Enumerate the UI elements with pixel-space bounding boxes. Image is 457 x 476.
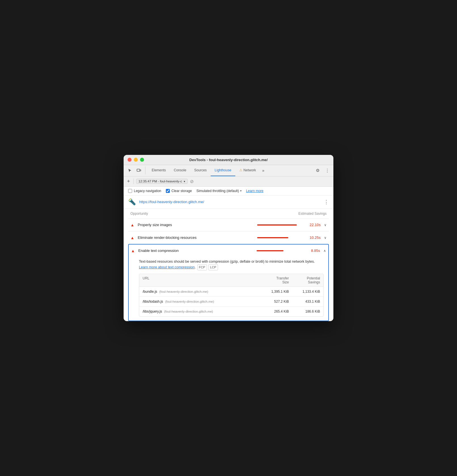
tabs: Elements Console Sources Lighthouse ⚠ Ne…	[148, 165, 314, 176]
opp-row-enable-text-compression[interactable]: ▲ Enable text compression 8.85s ∧ Text-b…	[128, 244, 329, 321]
opp-bar-3	[257, 250, 283, 251]
tab-tools	[126, 167, 145, 174]
tab-sources[interactable]: Sources	[190, 165, 211, 176]
opp-collapse-icon-3[interactable]: ∧	[323, 249, 326, 253]
tab-more-button[interactable]: »	[260, 168, 267, 173]
expanded-content: Text-based resources should be served wi…	[131, 256, 326, 317]
opp-savings-2: 10.25s	[306, 235, 321, 240]
close-button[interactable]	[128, 158, 132, 162]
svg-rect-0	[137, 169, 140, 171]
traffic-lights	[128, 158, 144, 162]
header-savings: Estimated Savings	[299, 212, 327, 216]
add-session-button[interactable]: +	[126, 178, 131, 184]
table-header-row: URL TransferSize PotentialSavings	[139, 274, 323, 287]
legacy-nav-checkbox[interactable]: Legacy navigation	[128, 189, 161, 193]
timestamp-chip[interactable]: 12:35:47 PM - foul-heavenly-c ▾	[136, 179, 188, 184]
col-header-transfer: TransferSize	[258, 276, 289, 284]
header-opportunity: Opportunity	[130, 212, 148, 216]
options-bar: Legacy navigation Clear storage Simulate…	[124, 187, 333, 195]
secondary-bar: + 12:35:47 PM - foul-heavenly-c ▾ ⊘	[124, 176, 333, 187]
opp-bar-1	[257, 224, 297, 226]
tab-network[interactable]: ⚠ Network	[235, 165, 260, 176]
opp-bar-container-2	[257, 237, 302, 238]
cursor-tool-icon[interactable]	[126, 167, 134, 174]
learn-more-link[interactable]: Learn more	[246, 189, 263, 193]
url-more-options-icon[interactable]: ⋮	[324, 199, 329, 205]
chevron-down-icon: ▾	[184, 180, 185, 183]
row-transfer-2: 527.2 KiB	[258, 300, 289, 304]
opp-title-3: Enable text compression	[138, 248, 253, 253]
expanded-description: Text-based resources should be served wi…	[139, 259, 324, 271]
table-row: /bundle.js (foul-heavenly-direction.glit…	[139, 287, 323, 297]
opp-bar-container-1	[257, 224, 302, 226]
minimize-button[interactable]	[134, 158, 138, 162]
opp-expand-icon-1[interactable]: ∨	[324, 223, 327, 227]
tab-elements[interactable]: Elements	[148, 165, 170, 176]
row-url-1: /bundle.js (foul-heavenly-direction.glit…	[143, 290, 258, 294]
tab-lighthouse[interactable]: Lighthouse	[211, 165, 235, 176]
row-savings-3: 186.6 KiB	[289, 309, 320, 313]
settings-icon[interactable]: ⚙	[314, 167, 321, 174]
opp-savings-1: 22.10s	[306, 223, 321, 227]
warning-icon-1: ▲	[130, 223, 134, 227]
lcp-badge: LCP	[208, 264, 218, 271]
row-savings-1: 1,133.4 KiB	[289, 290, 320, 294]
opp-savings-3: 8.85s	[305, 248, 320, 253]
legacy-nav-input[interactable]	[128, 189, 132, 193]
table-row: /libs/jquery.js (foul-heavenly-direction…	[139, 307, 323, 316]
row-savings-2: 433.1 KiB	[289, 300, 320, 304]
no-entry-icon[interactable]: ⊘	[190, 179, 194, 184]
tab-right-icons: ⚙ ⋮	[314, 167, 331, 174]
opp-row-properly-size-images[interactable]: ▲ Properly size images 22.10s ∨	[128, 218, 329, 231]
learn-more-text-compression-link[interactable]: Learn more about text compression	[139, 265, 195, 269]
window-title: DevTools - foul-heavenly-direction.glitc…	[189, 158, 268, 162]
throttle-select[interactable]: Simulated throttling (default) ▾	[196, 189, 242, 193]
row-url-3: /libs/jquery.js (foul-heavenly-direction…	[143, 309, 258, 313]
opportunities-section: Opportunity Estimated Savings ▲ Properly…	[124, 209, 333, 321]
opp-title-2: Eliminate render-blocking resources	[138, 235, 254, 240]
opp-bar-2	[257, 237, 288, 238]
clear-storage-input[interactable]	[166, 189, 170, 193]
resource-table: URL TransferSize PotentialSavings /bundl…	[139, 274, 324, 317]
devtools-window: DevTools - foul-heavenly-direction.glitc…	[124, 155, 333, 321]
devtools-body: Elements Console Sources Lighthouse ⚠ Ne…	[124, 165, 333, 321]
table-row: /libs/lodash.js (foul-heavenly-direction…	[139, 297, 323, 307]
col-header-url: URL	[143, 276, 258, 284]
title-bar: DevTools - foul-heavenly-direction.glitc…	[124, 155, 333, 165]
throttle-chevron-icon: ▾	[240, 189, 242, 192]
opportunities-header: Opportunity Estimated Savings	[128, 209, 329, 218]
row-transfer-3: 265.4 KiB	[258, 309, 289, 313]
svg-rect-1	[140, 170, 141, 171]
fcp-badge: FCP	[197, 264, 207, 271]
opp-expand-icon-2[interactable]: ∨	[324, 236, 327, 240]
throttle-label: Simulated throttling (default)	[196, 189, 239, 193]
opp-bar-container-3	[257, 250, 302, 251]
legacy-nav-label: Legacy navigation	[134, 189, 161, 193]
col-header-savings: PotentialSavings	[289, 276, 320, 284]
device-toolbar-icon[interactable]	[135, 167, 143, 174]
timestamp-text: 12:35:47 PM - foul-heavenly-c	[139, 180, 182, 183]
opp-row-eliminate-render-blocking[interactable]: ▲ Eliminate render-blocking resources 10…	[128, 231, 329, 244]
maximize-button[interactable]	[140, 158, 144, 162]
warning-icon-2: ▲	[130, 235, 134, 240]
page-url: https://foul-heavenly-direction.glitch.m…	[139, 200, 320, 204]
row-url-2: /libs/lodash.js (foul-heavenly-direction…	[143, 300, 258, 304]
more-options-icon[interactable]: ⋮	[323, 167, 331, 174]
opp-title-1: Properly size images	[138, 223, 254, 227]
clear-storage-label: Clear storage	[172, 189, 192, 193]
warning-icon-3: ▲	[131, 248, 135, 253]
row-transfer-1: 1,395.1 KiB	[258, 290, 289, 294]
network-warn-icon: ⚠	[239, 168, 242, 172]
clear-storage-checkbox[interactable]: Clear storage	[166, 189, 192, 193]
url-row: 🔦 https://foul-heavenly-direction.glitch…	[124, 195, 333, 209]
tab-bar: Elements Console Sources Lighthouse ⚠ Ne…	[124, 165, 333, 176]
separator	[134, 178, 134, 184]
tab-console[interactable]: Console	[170, 165, 190, 176]
lighthouse-logo-icon: 🔦	[128, 198, 136, 206]
